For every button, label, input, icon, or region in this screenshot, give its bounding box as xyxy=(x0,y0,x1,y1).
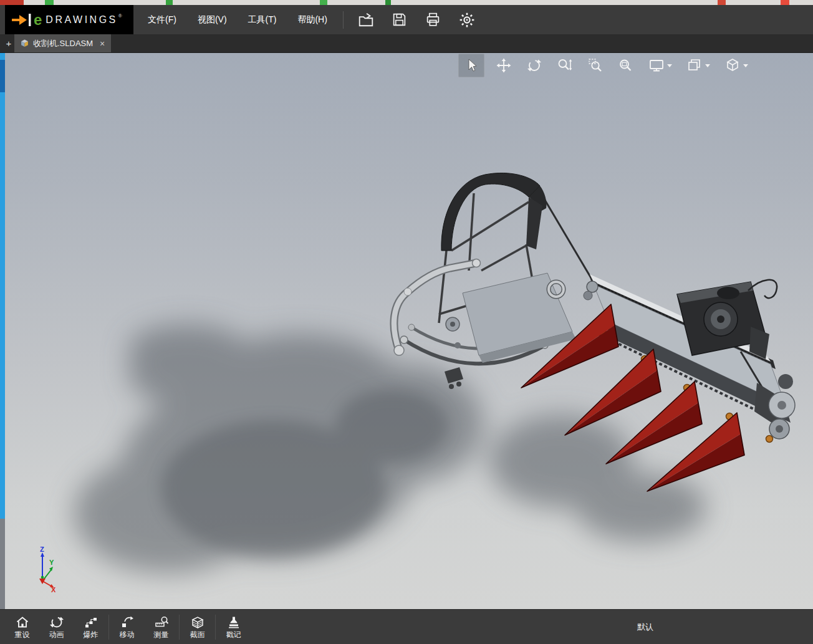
desktop-edge-strip xyxy=(0,52,5,519)
view-toolbar xyxy=(458,54,751,77)
triad-z-label: Z xyxy=(40,546,44,553)
chevron-down-icon xyxy=(743,64,748,67)
assembly-cube-icon xyxy=(21,39,29,47)
zoom-area-icon xyxy=(587,57,604,74)
toolbar-separator xyxy=(215,615,216,640)
animation-button[interactable]: 动画 xyxy=(39,610,74,644)
logo-e: e xyxy=(34,11,42,29)
pan-icon xyxy=(496,57,512,74)
orientation-cube-icon xyxy=(724,57,741,74)
menu-view[interactable]: 视图(V) xyxy=(187,5,238,34)
edrawings-arrow-icon xyxy=(11,13,32,27)
select-arrow-icon xyxy=(464,57,479,74)
menu-file[interactable]: 文件(F) xyxy=(137,5,187,34)
background-window-fragment xyxy=(166,0,173,5)
zoom-fit-icon xyxy=(618,57,634,74)
toolbar-separator xyxy=(108,615,109,640)
named-views-icon xyxy=(686,57,703,74)
chevron-down-icon xyxy=(667,64,672,67)
tab-bar: + 收割机.SLDASM × xyxy=(0,34,813,53)
document-tab[interactable]: 收割机.SLDASM × xyxy=(14,34,111,52)
move-label: 移动 xyxy=(120,631,135,639)
rotate-tool-button[interactable] xyxy=(523,54,546,77)
tab-close-button[interactable]: × xyxy=(100,39,105,49)
home-icon xyxy=(15,615,30,630)
menubar: e DRAWINGS ® 文件(F) 视图(V) 工具(T) 帮助(H) xyxy=(0,5,813,35)
print-button[interactable] xyxy=(425,11,442,29)
triad-x-label: X xyxy=(51,586,56,592)
printer-icon xyxy=(425,12,441,27)
harvester-model xyxy=(5,52,813,610)
menu-list: 文件(F) 视图(V) 工具(T) 帮助(H) xyxy=(137,5,338,34)
display-style-button[interactable] xyxy=(645,54,675,77)
stamp-label: 戳记 xyxy=(226,631,241,639)
settings-button[interactable] xyxy=(458,11,476,29)
section-label: 截面 xyxy=(190,631,205,639)
save-floppy-icon xyxy=(392,12,407,27)
menubar-separator xyxy=(343,11,344,29)
pan-tool-button[interactable] xyxy=(493,54,515,77)
gear-icon xyxy=(459,12,475,28)
stamp-button[interactable]: 戳记 xyxy=(216,610,251,644)
move-icon xyxy=(120,615,135,630)
reset-button[interactable]: 重设 xyxy=(5,610,39,644)
display-monitor-icon xyxy=(648,57,665,74)
stamp-icon xyxy=(226,615,241,630)
desktop-edge-block xyxy=(0,60,5,92)
animation-label: 动画 xyxy=(49,631,64,639)
orientation-cube-button[interactable] xyxy=(721,54,751,77)
save-button[interactable] xyxy=(391,11,408,29)
section-icon xyxy=(190,615,205,630)
menu-tools[interactable]: 工具(T) xyxy=(238,5,287,34)
explode-button[interactable]: 爆炸 xyxy=(74,610,108,644)
reset-label: 重设 xyxy=(15,631,30,639)
rotate-icon xyxy=(526,57,542,74)
measure-button[interactable]: 测量 xyxy=(144,610,178,644)
zoom-fit-button[interactable] xyxy=(615,54,637,77)
measure-icon xyxy=(154,615,169,630)
edrawings-logo: e DRAWINGS ® xyxy=(5,5,133,34)
menu-help[interactable]: 帮助(H) xyxy=(287,5,337,34)
triad-axes: Z Y X xyxy=(32,546,65,592)
section-button[interactable]: 截面 xyxy=(180,610,214,644)
viewport[interactable]: Z Y X xyxy=(0,52,813,610)
open-button[interactable] xyxy=(357,11,375,29)
desktop-strip xyxy=(0,0,813,5)
named-views-button[interactable] xyxy=(683,54,713,77)
new-tab-button[interactable]: + xyxy=(4,34,14,52)
move-button[interactable]: 移动 xyxy=(110,610,144,644)
configuration-label: 默认 xyxy=(637,622,653,633)
background-window-fragment xyxy=(385,0,391,5)
desktop-edge-strip-lower xyxy=(0,519,5,610)
quick-toolbar xyxy=(357,11,476,29)
measure-label: 测量 xyxy=(154,631,169,639)
triad-y-label: Y xyxy=(49,559,54,566)
toolbar-separator xyxy=(179,615,180,640)
zoom-tool-button[interactable] xyxy=(554,54,576,77)
zoom-in-out-icon xyxy=(557,57,573,74)
select-tool-button[interactable] xyxy=(458,54,484,77)
animation-icon xyxy=(49,615,64,630)
zoom-area-tool-button[interactable] xyxy=(584,54,607,77)
explode-label: 爆炸 xyxy=(84,631,99,639)
bottom-toolbar: 重设 动画 爆炸 移动 测量 xyxy=(0,609,813,644)
explode-icon xyxy=(84,615,99,630)
logo-registered-mark: ® xyxy=(118,13,122,19)
logo-text: DRAWINGS xyxy=(46,14,117,26)
chevron-down-icon xyxy=(705,64,710,67)
tab-label: 收割机.SLDASM xyxy=(33,38,93,49)
open-folder-icon xyxy=(358,12,374,28)
orientation-triad: Z Y X xyxy=(32,546,65,595)
